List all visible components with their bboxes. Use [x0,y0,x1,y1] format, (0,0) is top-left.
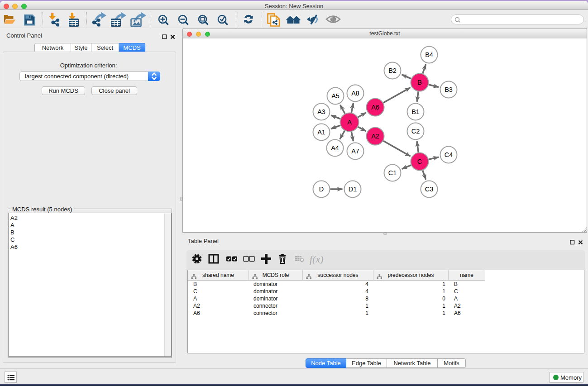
svg-text:C4: C4 [445,151,453,158]
svg-text:Memory: Memory [560,374,582,381]
svg-text:C2: C2 [411,128,420,135]
svg-text:A6: A6 [371,104,379,111]
svg-text:B4: B4 [425,51,433,58]
svg-text:B2: B2 [388,67,397,74]
svg-text:A8: A8 [351,90,359,97]
svg-text:A2: A2 [371,133,379,140]
svg-text:A1: A1 [317,129,325,136]
svg-text:A5: A5 [331,92,339,100]
svg-text:B: B [417,79,422,86]
svg-text:D: D [319,186,324,193]
svg-text:B1: B1 [411,108,420,115]
svg-text:A7: A7 [351,148,359,155]
svg-text:A: A [347,119,352,126]
svg-text:A4: A4 [331,144,339,152]
svg-text:C3: C3 [425,186,434,193]
svg-text:C: C [417,158,422,165]
svg-text:A3: A3 [317,108,325,115]
svg-text:B3: B3 [445,86,453,93]
svg-text:D1: D1 [349,186,357,193]
svg-text:f(x): f(x) [310,253,324,265]
svg-text:C1: C1 [388,169,397,176]
